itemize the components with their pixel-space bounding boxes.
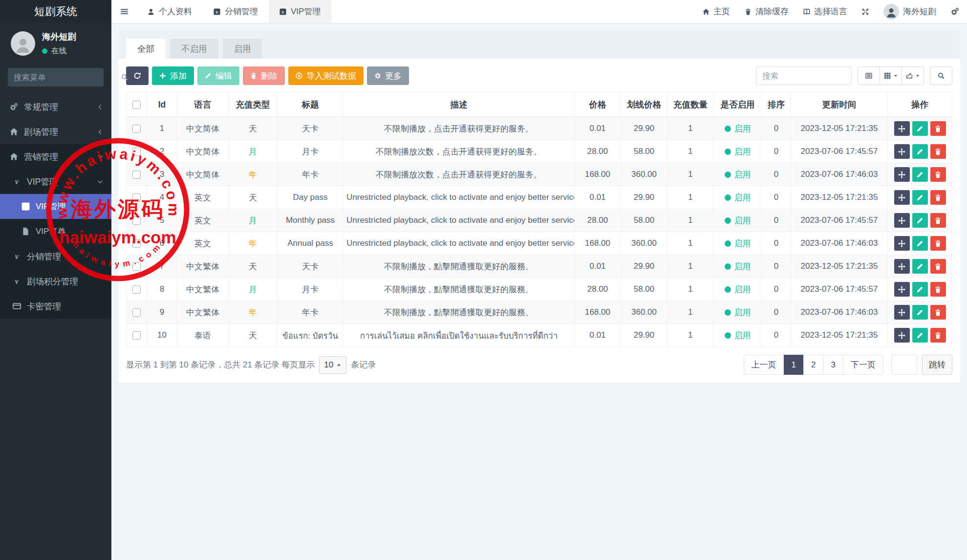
row-delete-button[interactable] <box>930 190 946 205</box>
columns-button[interactable] <box>880 66 902 85</box>
row-drag-button[interactable] <box>894 305 910 320</box>
import-test-data-button[interactable]: 导入测试数据 <box>288 66 364 85</box>
jump-page-input[interactable] <box>891 355 918 375</box>
row-edit-button[interactable] <box>912 121 928 136</box>
tab-distribution[interactable]: 分销管理 <box>203 0 269 23</box>
sidebar-item-card-keys[interactable]: 卡密管理 <box>0 294 111 319</box>
tab-profile[interactable]: 个人资料 <box>137 0 203 23</box>
row-delete-button[interactable] <box>930 305 946 320</box>
detail-view-button[interactable] <box>858 66 880 85</box>
cell-description: การเล่นไว้เสมอ คลิกเพื่อเปิดใช้งานและรับ… <box>344 324 575 347</box>
fullscreen-button[interactable] <box>862 8 869 15</box>
row-edit-button[interactable] <box>912 213 928 228</box>
sidebar-search-input[interactable] <box>14 73 121 82</box>
move-icon <box>898 217 905 224</box>
sidebar-item-distribution[interactable]: 分销管理 <box>0 244 111 269</box>
settings-button[interactable] <box>951 7 959 16</box>
row-checkbox[interactable] <box>132 285 141 294</box>
refresh-button[interactable] <box>126 66 149 85</box>
filter-tab-all[interactable]: 全部 <box>126 39 166 59</box>
next-page-button[interactable]: 下一页 <box>843 355 883 375</box>
row-drag-button[interactable] <box>894 282 910 297</box>
page-button-3[interactable]: 3 <box>823 355 843 375</box>
row-delete-button[interactable] <box>930 167 946 182</box>
row-drag-button[interactable] <box>894 259 910 274</box>
row-drag-button[interactable] <box>894 167 910 182</box>
row-drag-button[interactable] <box>894 213 910 228</box>
row-edit-button[interactable] <box>912 236 928 251</box>
row-checkbox[interactable] <box>132 148 141 156</box>
row-edit-button[interactable] <box>912 144 928 159</box>
menu-toggle-button[interactable] <box>111 0 137 23</box>
row-drag-button[interactable] <box>894 144 910 159</box>
jump-button[interactable]: 跳转 <box>922 355 952 375</box>
cell-enabled: 启用 <box>714 209 762 232</box>
row-checkbox[interactable] <box>132 308 141 317</box>
prev-page-button[interactable]: 上一页 <box>744 355 784 375</box>
header-recharge-type: 充值类型 <box>229 92 278 117</box>
cell-updated: 2023-07-06 17:45:57 <box>791 278 888 301</box>
cell-id: 8 <box>147 278 177 301</box>
row-edit-button[interactable] <box>912 167 928 182</box>
filter-tab-enabled[interactable]: 启用 <box>223 39 262 59</box>
per-page-select[interactable]: 10 <box>319 356 346 374</box>
add-button[interactable]: 添加 <box>152 66 194 85</box>
row-checkbox[interactable] <box>132 262 141 271</box>
vimeo-icon <box>13 277 21 285</box>
table-search-input[interactable] <box>756 66 852 85</box>
page-button-2[interactable]: 2 <box>803 355 823 375</box>
select-all-checkbox[interactable] <box>132 101 141 109</box>
row-checkbox[interactable] <box>132 171 141 179</box>
page-button-1[interactable]: 1 <box>784 355 804 375</box>
tab-vip-manage[interactable]: VIP管理 <box>269 0 331 23</box>
gear-icon <box>374 72 381 79</box>
row-checkbox[interactable] <box>132 194 141 202</box>
row-delete-button[interactable] <box>930 259 946 274</box>
delete-button[interactable]: 删除 <box>243 66 285 85</box>
status-dot-icon <box>725 309 731 316</box>
row-checkbox[interactable] <box>132 331 141 340</box>
sidebar-item-vip-group[interactable]: VIP管理 <box>0 169 111 194</box>
row-edit-button[interactable] <box>912 282 928 297</box>
cell-title: Annual pass <box>278 232 344 255</box>
home-link[interactable]: 主页 <box>703 6 730 17</box>
row-delete-button[interactable] <box>930 282 946 297</box>
edit-button[interactable]: 编辑 <box>197 66 239 85</box>
language-selector[interactable]: 选择语言 <box>803 6 847 17</box>
row-delete-button[interactable] <box>930 144 946 159</box>
sidebar-item-theater[interactable]: 剧场管理 <box>0 119 111 144</box>
sidebar-item-points[interactable]: 剧场积分管理 <box>0 269 111 294</box>
row-edit-button[interactable] <box>912 190 928 205</box>
sidebar-item-general[interactable]: 常规管理 <box>0 94 111 119</box>
chevron-left-icon <box>97 104 104 110</box>
row-edit-button[interactable] <box>912 328 928 343</box>
sidebar-item-marketing[interactable]: 营销管理 <box>0 144 111 169</box>
cell-recharge-qty: 1 <box>667 232 714 255</box>
sidebar-item-vip-manage[interactable]: VIP管理 <box>0 194 111 219</box>
cell-id: 4 <box>147 186 177 209</box>
row-drag-button[interactable] <box>894 236 910 251</box>
status-dot-icon <box>725 286 731 293</box>
row-delete-button[interactable] <box>930 236 946 251</box>
export-button[interactable] <box>902 66 924 85</box>
status-badge: 启用 <box>734 215 751 226</box>
row-checkbox[interactable] <box>132 216 141 225</box>
more-button[interactable]: 更多 <box>367 66 409 85</box>
advanced-search-button[interactable] <box>930 66 952 85</box>
cell-actions <box>888 186 952 209</box>
row-edit-button[interactable] <box>912 259 928 274</box>
row-edit-button[interactable] <box>912 305 928 320</box>
row-delete-button[interactable] <box>930 121 946 136</box>
row-checkbox[interactable] <box>132 125 141 133</box>
clear-cache-button[interactable]: 清除缓存 <box>745 6 789 17</box>
row-drag-button[interactable] <box>894 328 910 343</box>
row-delete-button[interactable] <box>930 328 946 343</box>
row-drag-button[interactable] <box>894 121 910 136</box>
sidebar-item-vip-orders[interactable]: VIP订单 <box>0 219 111 244</box>
row-checkbox[interactable] <box>132 239 141 248</box>
cell-recharge-qty: 1 <box>667 255 714 278</box>
row-drag-button[interactable] <box>894 190 910 205</box>
account-menu[interactable]: 海外短剧 <box>883 4 936 20</box>
row-delete-button[interactable] <box>930 213 946 228</box>
filter-tab-disabled[interactable]: 不启用 <box>170 39 218 59</box>
